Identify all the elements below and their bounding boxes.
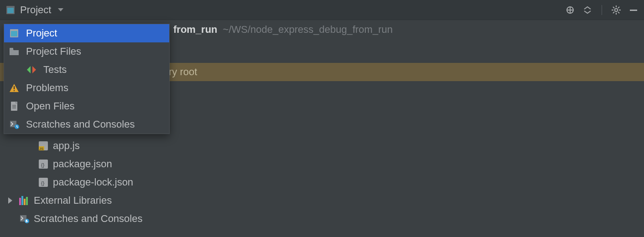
problems-icon (9, 83, 20, 93)
dropdown-item-label: Project (26, 27, 57, 39)
svg-rect-23 (21, 196, 23, 205)
svg-point-5 (615, 8, 618, 11)
dropdown-item-project[interactable]: Project (4, 24, 169, 42)
svg-text:{}: {} (41, 180, 45, 186)
file-label: package.json (53, 158, 112, 170)
dropdown-item-tests[interactable]: Tests (4, 61, 169, 79)
view-switcher-label: Project (20, 4, 51, 16)
folder-icon (9, 46, 20, 57)
scratches-label: Scratches and Consoles (34, 213, 142, 225)
svg-rect-24 (24, 199, 26, 205)
gear-icon[interactable] (611, 5, 621, 15)
project-path: ~/WS/node_express_debug_from_run (223, 24, 393, 36)
libraries-icon (19, 196, 29, 206)
dropdown-item-open-files[interactable]: Open Files (4, 97, 169, 115)
svg-line-11 (618, 12, 619, 13)
scratches-icon (9, 119, 20, 129)
svg-line-13 (618, 7, 619, 8)
svg-rect-32 (10, 48, 13, 50)
dropdown-item-label: Open Files (26, 100, 74, 112)
project-name-suffix: from_run (173, 24, 218, 36)
chevron-right-icon (6, 197, 15, 204)
dropdown-item-scratches[interactable]: Scratches and Consoles (4, 115, 169, 134)
tests-icon (26, 65, 37, 75)
dropdown-item-label: Scratches and Consoles (26, 118, 135, 130)
divider (602, 5, 602, 15)
file-row[interactable]: {} package-lock.json (0, 173, 644, 191)
view-switcher[interactable]: Project (5, 4, 66, 16)
collapse-all-icon[interactable] (582, 5, 592, 15)
file-label: package-lock.json (53, 176, 133, 188)
external-libraries-row[interactable]: External Libraries (0, 191, 644, 210)
scratches-icon (19, 214, 29, 224)
svg-rect-1 (7, 8, 14, 13)
view-select-dropdown: Project Project Files Tests Problems Ope… (4, 24, 170, 134)
library-root-text: ry root (169, 66, 197, 78)
project-window-icon (9, 28, 20, 38)
json-file-icon: {} (38, 159, 48, 169)
file-row[interactable]: JS app.js (0, 137, 644, 155)
svg-text:{}: {} (41, 162, 45, 168)
svg-rect-25 (26, 197, 28, 205)
dropdown-item-label: Problems (26, 82, 68, 94)
svg-text:JS: JS (39, 147, 43, 150)
hide-icon[interactable] (628, 5, 639, 15)
dropdown-item-problems[interactable]: Problems (4, 79, 169, 97)
dropdown-item-project-files[interactable]: Project Files (4, 42, 169, 61)
js-file-icon: JS (38, 141, 48, 151)
tool-window-header: Project (0, 0, 644, 20)
dropdown-item-label: Project Files (26, 46, 81, 57)
svg-rect-22 (19, 198, 21, 205)
dropdown-item-label: Tests (43, 64, 67, 76)
project-tree: JS app.js {} package.json {} package-loc… (0, 137, 644, 228)
json-file-icon: {} (38, 177, 48, 187)
scratches-row[interactable]: Scratches and Consoles (0, 210, 644, 228)
select-opened-file-icon[interactable] (565, 5, 575, 15)
chevron-down-icon (56, 5, 66, 15)
svg-rect-31 (11, 31, 17, 36)
file-label: app.js (53, 140, 80, 152)
svg-rect-34 (14, 90, 15, 91)
svg-line-10 (613, 7, 614, 8)
svg-rect-14 (630, 10, 637, 11)
svg-rect-33 (14, 86, 15, 89)
external-libraries-label: External Libraries (34, 195, 112, 206)
open-files-icon (9, 101, 20, 111)
svg-line-12 (613, 12, 614, 13)
project-window-icon (5, 5, 16, 15)
file-row[interactable]: {} package.json (0, 155, 644, 173)
